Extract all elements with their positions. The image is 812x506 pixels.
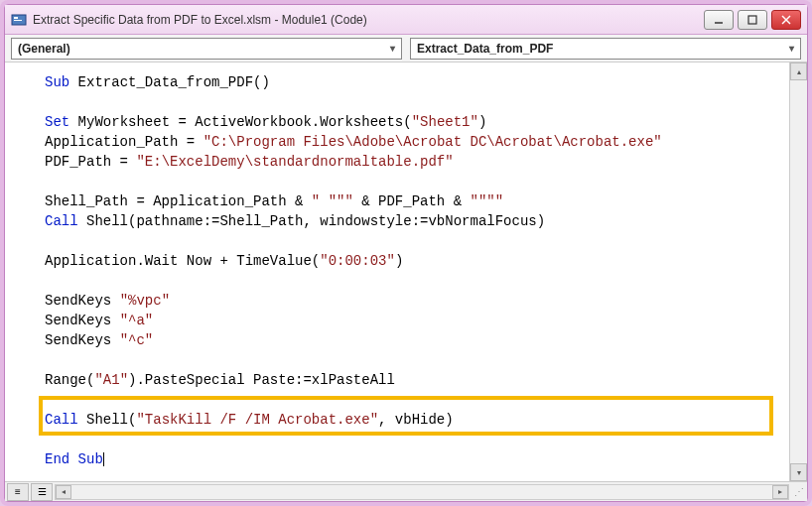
- window-controls: [704, 10, 801, 30]
- dropdown-bar: (General) ▾ Extract_Data_from_PDF ▾: [5, 35, 807, 63]
- window-title: Extract Specific Data from PDF to Excel.…: [33, 13, 704, 27]
- maximize-button[interactable]: [738, 10, 767, 30]
- procedure-dropdown[interactable]: Extract_Data_from_PDF ▾: [410, 38, 801, 60]
- object-dropdown[interactable]: (General) ▾: [11, 38, 402, 60]
- scroll-up-button[interactable]: ▴: [790, 63, 807, 80]
- minimize-button[interactable]: [704, 10, 734, 30]
- code-area[interactable]: Sub Extract_Data_from_PDF() Set MyWorksh…: [5, 63, 807, 481]
- app-icon: [11, 12, 27, 28]
- svg-rect-4: [748, 16, 756, 24]
- close-button[interactable]: [771, 10, 801, 30]
- procedure-dropdown-value: Extract_Data_from_PDF: [417, 42, 553, 56]
- bottom-bar: ≡ ☰ ◂ ▸ ⋰: [5, 481, 807, 501]
- vba-code-window: Extract Specific Data from PDF to Excel.…: [4, 4, 808, 502]
- chevron-down-icon: ▾: [789, 43, 794, 54]
- svg-rect-1: [14, 17, 18, 19]
- object-dropdown-value: (General): [18, 42, 70, 56]
- chevron-down-icon: ▾: [390, 43, 395, 54]
- svg-rect-2: [14, 20, 22, 21]
- resize-grip-icon[interactable]: ⋰: [791, 484, 807, 500]
- vertical-scrollbar[interactable]: ▴ ▾: [789, 63, 807, 481]
- horizontal-scrollbar[interactable]: ◂ ▸: [55, 484, 789, 500]
- scroll-left-button[interactable]: ◂: [56, 485, 71, 499]
- scroll-right-button[interactable]: ▸: [772, 485, 788, 499]
- view-procedure-button[interactable]: ≡: [7, 483, 29, 501]
- text-cursor: [103, 452, 104, 466]
- titlebar[interactable]: Extract Specific Data from PDF to Excel.…: [5, 5, 807, 35]
- view-full-module-button[interactable]: ☰: [31, 483, 53, 501]
- code-content[interactable]: Sub Extract_Data_from_PDF() Set MyWorksh…: [5, 63, 807, 479]
- scroll-down-button[interactable]: ▾: [790, 463, 807, 481]
